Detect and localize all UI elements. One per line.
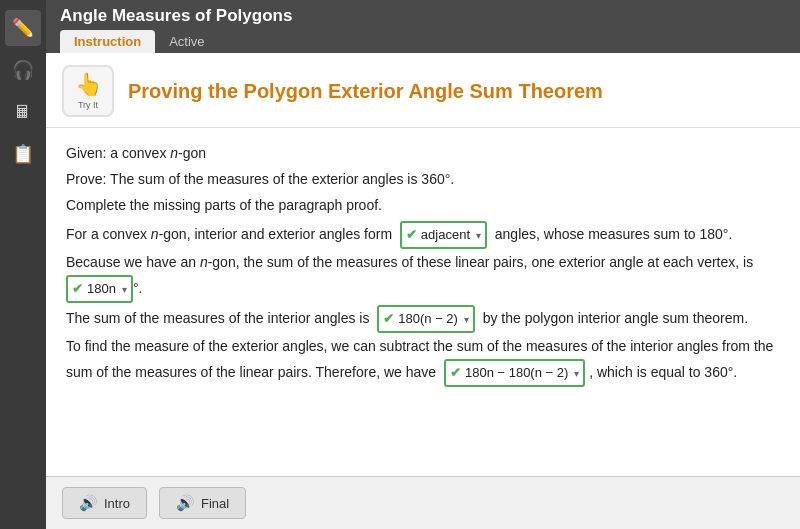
dropdown-adjacent-value: adjacent xyxy=(421,224,470,246)
try-it-icon: 👆 Try It xyxy=(62,65,114,117)
sidebar: ✏️ 🎧 🖩 📋 xyxy=(0,0,46,529)
tab-instruction[interactable]: Instruction xyxy=(60,30,155,53)
n-variable-2: n xyxy=(151,226,159,242)
final-button[interactable]: 🔊 Final xyxy=(159,487,246,519)
dropdown-180n[interactable]: ✔ 180n ▾ xyxy=(66,275,133,303)
content-panel: 👆 Try It Proving the Polygon Exterior An… xyxy=(46,53,800,476)
final-button-label: Final xyxy=(201,496,229,511)
dropdown-180n-minus[interactable]: ✔ 180n − 180(n − 2) ▾ xyxy=(444,359,585,387)
chevron-down-icon-4: ▾ xyxy=(574,365,579,382)
proof-line-2: Prove: The sum of the measures of the ex… xyxy=(66,168,780,192)
chevron-down-icon-2: ▾ xyxy=(122,281,127,298)
try-it-label: Try It xyxy=(78,100,98,110)
proof-line-3: Complete the missing parts of the paragr… xyxy=(66,194,780,218)
n-variable-3: n xyxy=(200,254,208,270)
bottom-bar: 🔊 Intro 🔊 Final xyxy=(46,476,800,529)
panel-title: Proving the Polygon Exterior Angle Sum T… xyxy=(128,80,603,103)
proof-line-1: Given: a convex n-gon xyxy=(66,142,780,166)
dropdown-180n-2[interactable]: ✔ 180(n − 2) ▾ xyxy=(377,305,475,333)
n-variable-1: n xyxy=(170,145,178,161)
dropdown-180n-minus-value: 180n − 180(n − 2) xyxy=(465,362,568,384)
calculator-icon[interactable]: 🖩 xyxy=(5,94,41,130)
main-area: Angle Measures of Polygons Instruction A… xyxy=(46,0,800,529)
topbar: Angle Measures of Polygons Instruction A… xyxy=(46,0,800,53)
panel-header: 👆 Try It Proving the Polygon Exterior An… xyxy=(46,53,800,128)
proof-line-6: The sum of the measures of the interior … xyxy=(66,305,780,333)
intro-button-label: Intro xyxy=(104,496,130,511)
dropdown-adjacent[interactable]: ✔ adjacent ▾ xyxy=(400,221,487,249)
proof-line-5: Because we have an n-gon, the sum of the… xyxy=(66,251,780,303)
headphones-icon[interactable]: 🎧 xyxy=(5,52,41,88)
clipboard-icon[interactable]: 📋 xyxy=(5,136,41,172)
proof-line-7: To find the measure of the exterior angl… xyxy=(66,335,780,387)
tab-active[interactable]: Active xyxy=(155,30,218,53)
dropdown-180n-value: 180n xyxy=(87,278,116,300)
proof-line-4: For a convex n-gon, interior and exterio… xyxy=(66,221,780,249)
hand-icon: 👆 xyxy=(75,72,102,98)
pencil-icon[interactable]: ✏️ xyxy=(5,10,41,46)
intro-button[interactable]: 🔊 Intro xyxy=(62,487,147,519)
tab-bar: Instruction Active xyxy=(60,30,786,53)
proof-content: Given: a convex n-gon Prove: The sum of … xyxy=(46,128,800,476)
dropdown-180n-2-value: 180(n − 2) xyxy=(398,308,458,330)
page-title: Angle Measures of Polygons xyxy=(60,6,786,26)
chevron-down-icon-3: ▾ xyxy=(464,311,469,328)
speaker-icon-final: 🔊 xyxy=(176,494,195,512)
chevron-down-icon: ▾ xyxy=(476,227,481,244)
speaker-icon-intro: 🔊 xyxy=(79,494,98,512)
